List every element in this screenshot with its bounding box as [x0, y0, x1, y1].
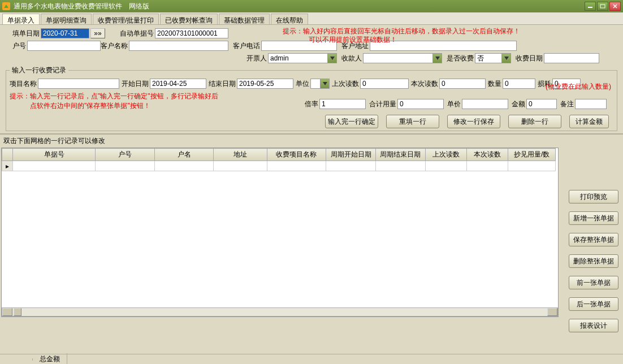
tip-row-confirm-1: 提示：输入完一行记录后，点"输入完一行确定"按钮，多行记录输好后 [10, 92, 224, 101]
save-bill-button[interactable]: 保存整张单据 [569, 233, 618, 246]
remark-input[interactable] [575, 99, 607, 109]
price-input[interactable] [462, 99, 508, 109]
issuer-select[interactable] [268, 53, 328, 63]
is-charge-label: 是否收费 [447, 54, 474, 63]
cust-no-label: 户号 [12, 41, 26, 51]
col-addr[interactable]: 地址 [214, 149, 267, 161]
row-marker-header [2, 149, 13, 161]
property-fee-tip: (物业费在此输入数量) [546, 82, 611, 92]
record-fieldset: 输入一行收费记录 项目名称 开始日期 结束日期 单位 上次读数 本次读数 数量 … [6, 66, 617, 131]
fill-date-next-button[interactable]: »» [90, 28, 105, 38]
auto-no-input[interactable] [155, 28, 228, 38]
total-use-input[interactable] [397, 99, 444, 109]
payee-select[interactable] [363, 53, 433, 63]
charge-date-label: 收费日期 [516, 54, 543, 63]
print-preview-button[interactable]: 打印预览 [569, 190, 618, 203]
table-row[interactable]: ▸ [2, 161, 556, 171]
chevron-down-icon[interactable] [502, 53, 511, 63]
confirm-row-button[interactable]: 输入完一行确定 [325, 115, 378, 128]
start-date-input[interactable] [150, 79, 206, 89]
horizontal-scrollbar[interactable] [2, 307, 558, 317]
tab-entry[interactable]: 单据录入 [2, 14, 40, 24]
cust-phone-label: 客户电话 [233, 41, 260, 51]
end-date-input[interactable] [237, 79, 293, 89]
minimize-button[interactable] [585, 2, 596, 11]
multi-label: 倍率 [305, 99, 318, 109]
form-area: 提示：输入好内容后直接回车光标自动往后移动，数据录入过一次后自动保存！ 可以不用… [0, 25, 623, 134]
col-this-read[interactable]: 本次读数 [467, 149, 508, 161]
report-design-button[interactable]: 报表设计 [569, 319, 618, 332]
is-charge-select[interactable] [475, 53, 502, 63]
maximize-button[interactable] [597, 2, 608, 11]
refill-row-button[interactable]: 重填一行 [386, 115, 439, 128]
qty-label: 数量 [488, 79, 501, 89]
charge-date-input[interactable] [544, 53, 599, 63]
current-row-marker: ▸ [2, 161, 13, 171]
calc-amount-button[interactable]: 计算金额 [569, 115, 609, 128]
unit-label: 单位 [296, 79, 309, 89]
last-read-input[interactable] [360, 79, 409, 89]
data-grid[interactable]: 单据号 户号 户名 地址 收费项目名称 周期开始日期 周期结束日期 上次读数 本… [1, 148, 559, 317]
chevron-down-icon[interactable] [433, 53, 442, 63]
amount-input[interactable] [526, 99, 557, 109]
titlebar: 通用多个水电表物业费收费管理软件 网络版 [0, 0, 623, 12]
col-bill-no[interactable]: 单据号 [12, 149, 95, 161]
prev-bill-button[interactable]: 前一张单据 [569, 276, 618, 289]
delete-bill-button[interactable]: 删除整张单据 [569, 254, 618, 268]
tab-help[interactable]: 在线帮助 [271, 14, 308, 24]
price-label: 单价 [447, 99, 461, 109]
issuer-label: 开票人 [246, 54, 267, 63]
svg-rect-1 [600, 5, 605, 8]
tab-base-data[interactable]: 基础数据管理 [219, 14, 270, 24]
status-bar: 总金额 [0, 354, 623, 364]
fill-date-label: 填单日期 [12, 29, 40, 38]
window-title: 通用多个水电表物业费收费管理软件 网络版 [14, 2, 585, 11]
this-read-label: 本次读数 [411, 79, 438, 89]
last-read-label: 上次读数 [332, 79, 359, 89]
qty-input[interactable] [503, 79, 535, 89]
cust-name-label: 客户名称 [101, 41, 128, 51]
tip-row-confirm-2: 点软件右边中间的"保存整张单据"按钮！ [30, 101, 224, 111]
grid-hint: 双击下面网格的一行记录可以修改 [0, 134, 623, 148]
total-amount-label: 总金额 [33, 353, 67, 364]
chevron-down-icon[interactable] [321, 79, 330, 89]
item-input[interactable] [38, 79, 119, 89]
side-button-panel: 打印预览 新增一张单据 保存整张单据 删除整张单据 前一张单据 后一张单据 报表… [569, 190, 618, 332]
auto-no-label: 自动单据号 [120, 29, 154, 38]
multi-input[interactable] [319, 99, 366, 109]
col-end[interactable]: 周期结束日期 [375, 149, 425, 161]
new-bill-button[interactable]: 新增一张单据 [569, 211, 618, 225]
start-date-label: 开始日期 [122, 79, 149, 89]
this-read-input[interactable] [439, 79, 486, 89]
tab-detail-query[interactable]: 单据明细查询 [41, 14, 92, 24]
col-last-read[interactable]: 上次读数 [425, 149, 466, 161]
app-icon [2, 2, 10, 10]
unit-select[interactable] [310, 79, 321, 89]
close-button[interactable] [609, 2, 621, 11]
payee-label: 收款人 [341, 54, 362, 63]
chevron-down-icon[interactable] [328, 53, 337, 63]
tab-fee-batch[interactable]: 收费管理/批量打印 [93, 14, 159, 24]
col-cust-name[interactable]: 户名 [154, 149, 214, 161]
col-item[interactable]: 收费项目名称 [267, 149, 326, 161]
save-row-button[interactable]: 修改一行保存 [447, 115, 500, 128]
remark-label: 备注 [560, 99, 574, 109]
cust-name-input[interactable] [129, 41, 228, 51]
col-usage[interactable]: 抄见用量/数 [508, 149, 556, 161]
svg-rect-0 [588, 7, 592, 8]
total-use-label: 合计用量 [369, 99, 396, 109]
tab-paid-recon[interactable]: 已收费对帐查询 [160, 14, 218, 24]
item-label: 项目名称 [10, 79, 37, 89]
col-cust-no[interactable]: 户号 [96, 149, 155, 161]
main-tabs: 单据录入 单据明细查询 收费管理/批量打印 已收费对帐查询 基础数据管理 在线帮… [0, 12, 623, 25]
tip-autosave: 提示：输入好内容后直接回车光标自动往后移动，数据录入过一次后自动保存！ 可以不用… [283, 27, 520, 44]
end-date-label: 结束日期 [209, 79, 236, 89]
amount-label: 金额 [512, 99, 525, 109]
col-start[interactable]: 周期开始日期 [326, 149, 376, 161]
next-bill-button[interactable]: 后一张单据 [569, 297, 618, 311]
cust-no-input[interactable] [27, 41, 101, 51]
delete-row-button[interactable]: 删除一行 [508, 115, 561, 128]
fill-date-input[interactable] [41, 28, 89, 38]
record-legend: 输入一行收费记录 [10, 66, 68, 75]
